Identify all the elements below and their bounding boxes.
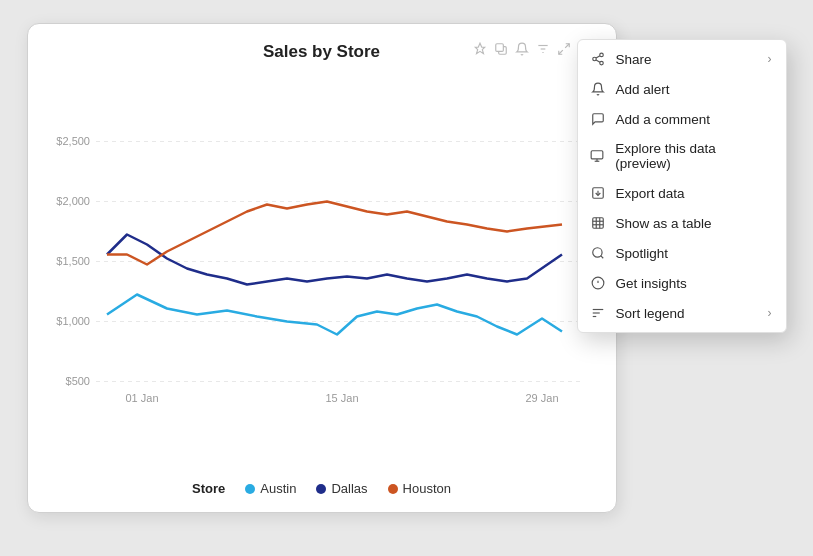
svg-line-5 xyxy=(565,44,569,48)
legend-austin: Austin xyxy=(245,481,296,496)
menu-add-comment-label: Add a comment xyxy=(616,112,711,127)
menu-spotlight-label: Spotlight xyxy=(616,246,669,261)
context-menu: Share › Add alert Add a comment Explore … xyxy=(577,39,787,333)
sort-legend-chevron-icon: › xyxy=(768,306,772,320)
legend-austin-dot xyxy=(245,484,255,494)
insights-icon xyxy=(590,275,606,291)
svg-rect-33 xyxy=(592,218,603,229)
menu-sort-legend-label: Sort legend xyxy=(616,306,685,321)
menu-item-add-comment[interactable]: Add a comment xyxy=(578,104,786,134)
export-icon xyxy=(590,185,606,201)
svg-text:01 Jan: 01 Jan xyxy=(125,392,158,404)
svg-text:$1,500: $1,500 xyxy=(56,255,90,267)
svg-text:15 Jan: 15 Jan xyxy=(325,392,358,404)
menu-item-explore-data[interactable]: Explore this data (preview) xyxy=(578,134,786,178)
spotlight-icon xyxy=(590,245,606,261)
menu-item-export-data[interactable]: Export data xyxy=(578,178,786,208)
menu-item-spotlight[interactable]: Spotlight xyxy=(578,238,786,268)
svg-rect-28 xyxy=(591,151,603,159)
svg-text:$500: $500 xyxy=(65,375,89,387)
svg-line-26 xyxy=(596,60,600,62)
legend-houston-label: Houston xyxy=(403,481,451,496)
svg-text:$1,000: $1,000 xyxy=(56,315,90,327)
menu-insights-label: Get insights xyxy=(616,276,687,291)
svg-point-23 xyxy=(599,53,603,57)
chart-card: Sales by Store xyxy=(27,23,617,513)
share-chevron-icon: › xyxy=(768,52,772,66)
alert-icon xyxy=(590,81,606,97)
svg-point-25 xyxy=(599,61,603,65)
menu-explore-label: Explore this data (preview) xyxy=(615,141,771,171)
comment-icon xyxy=(590,111,606,127)
svg-point-38 xyxy=(592,248,601,257)
menu-item-add-alert[interactable]: Add alert xyxy=(578,74,786,104)
legend-houston-dot xyxy=(388,484,398,494)
menu-show-table-label: Show as a table xyxy=(616,216,712,231)
sort-icon xyxy=(590,305,606,321)
share-icon xyxy=(590,51,606,67)
legend-dallas-label: Dallas xyxy=(331,481,367,496)
svg-line-39 xyxy=(600,256,603,259)
menu-item-sort-legend[interactable]: Sort legend › xyxy=(578,298,786,328)
outer-container: Sales by Store xyxy=(27,23,787,533)
bell-icon[interactable] xyxy=(515,42,529,59)
menu-item-share[interactable]: Share › xyxy=(578,44,786,74)
expand-icon[interactable] xyxy=(557,42,571,59)
svg-line-27 xyxy=(596,56,600,58)
svg-rect-1 xyxy=(495,44,503,52)
chart-header: Sales by Store xyxy=(52,42,592,62)
chart-svg: $2,500 $2,000 $1,500 $1,000 $500 01 Jan … xyxy=(52,70,592,473)
menu-item-show-table[interactable]: Show as a table xyxy=(578,208,786,238)
filter-icon[interactable] xyxy=(536,42,550,59)
duplicate-icon[interactable] xyxy=(494,42,508,59)
svg-point-24 xyxy=(592,57,596,61)
chart-toolbar xyxy=(473,42,592,59)
svg-text:$2,500: $2,500 xyxy=(56,135,90,147)
menu-export-label: Export data xyxy=(616,186,685,201)
chart-legend: Store Austin Dallas Houston xyxy=(52,481,592,496)
legend-store-label: Store xyxy=(192,481,225,496)
svg-line-6 xyxy=(558,50,562,54)
svg-text:$2,000: $2,000 xyxy=(56,195,90,207)
svg-text:29 Jan: 29 Jan xyxy=(525,392,558,404)
menu-add-alert-label: Add alert xyxy=(616,82,670,97)
table-icon xyxy=(590,215,606,231)
menu-share-label: Share xyxy=(616,52,652,67)
legend-dallas: Dallas xyxy=(316,481,367,496)
menu-item-get-insights[interactable]: Get insights xyxy=(578,268,786,298)
explore-icon xyxy=(590,148,606,164)
pin-icon[interactable] xyxy=(473,42,487,59)
chart-area: $2,500 $2,000 $1,500 $1,000 $500 01 Jan … xyxy=(52,70,592,473)
legend-houston: Houston xyxy=(388,481,451,496)
legend-austin-label: Austin xyxy=(260,481,296,496)
legend-dallas-dot xyxy=(316,484,326,494)
